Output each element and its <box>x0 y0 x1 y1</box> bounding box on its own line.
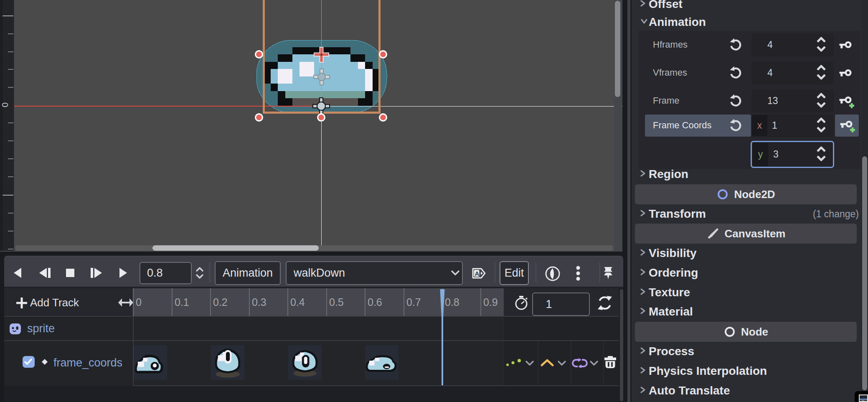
svg-text:A: A <box>475 270 480 277</box>
